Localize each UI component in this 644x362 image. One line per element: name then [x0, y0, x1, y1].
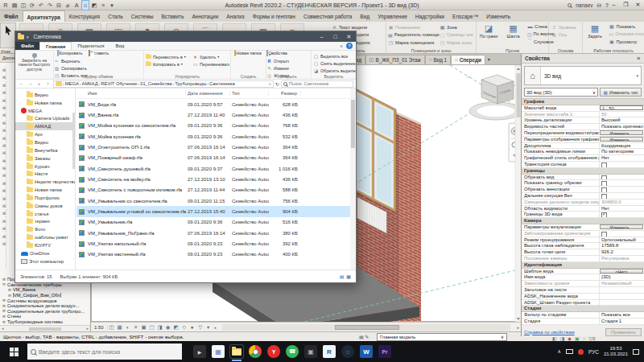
property-value[interactable] [599, 193, 644, 199]
store-icon[interactable]: ⛁ [597, 2, 601, 9]
menu-view[interactable]: Вид [110, 42, 130, 50]
property-row[interactable]: Камера [522, 218, 644, 224]
sidebar-item[interactable]: Неделя творчества [15, 178, 75, 186]
sidebar-item[interactable]: термех [15, 218, 75, 226]
sidebar-item[interactable]: статья [15, 210, 75, 218]
property-value[interactable]: Независимый [599, 281, 644, 286]
property-value[interactable] [599, 212, 644, 217]
scroll-right-icon[interactable]: ▸ [86, 326, 89, 331]
nav-scrollbar[interactable] [72, 113, 75, 169]
property-value[interactable]: Нет [599, 155, 644, 161]
menu-home[interactable]: Главная [39, 42, 72, 50]
sidebar-item[interactable]: Арх [15, 130, 75, 138]
property-value[interactable] [599, 294, 644, 299]
sidebar-item[interactable]: Видео [15, 91, 75, 99]
property-row[interactable]: Границы 3D вида [522, 212, 644, 218]
sidebar-item[interactable]: Настя [15, 170, 75, 178]
view-control-icon[interactable]: ◇ [180, 323, 188, 331]
minimize-button[interactable]: – [315, 32, 328, 42]
search-icon[interactable] [568, 3, 572, 7]
ribbon-item[interactable]: ⊞Ось [551, 31, 582, 39]
view-control-icon[interactable]: ● [188, 323, 196, 331]
property-value[interactable]: Показать оригинал [599, 124, 644, 130]
property-value[interactable]: По категориям [599, 149, 644, 154]
property-row[interactable]: Смещение дальнего предела секу... 304800… [522, 200, 644, 206]
ribbon-tab[interactable]: Совместная работа [299, 10, 356, 22]
property-row[interactable]: Видимость частей Показать оригинал [522, 124, 644, 130]
type-selector[interactable]: ⌂ 3D вид ▾ [524, 66, 642, 85]
scroll-thumb[interactable] [351, 100, 355, 148]
property-value[interactable] [599, 287, 644, 293]
taskbar-icon[interactable]: Pr [378, 345, 391, 358]
ribbon-tab[interactable]: Архитектура [23, 10, 65, 22]
ribbon-item[interactable]: ▤Разделитель помещений [388, 31, 440, 39]
property-row[interactable]: Показать границу обрезки [522, 180, 644, 187]
maximize-button[interactable]: □ [328, 32, 342, 42]
ribbon-big-button[interactable]: ◪По грани [478, 23, 499, 47]
property-row[interactable]: Шаблон вида <Нет> [522, 269, 644, 275]
qat-icon[interactable]: ◫ [19, 1, 27, 10]
expand-icon[interactable]: ⊞ [2, 151, 6, 155]
ribbon-big-button[interactable]: ▦Задать [584, 23, 605, 47]
property-value[interactable]: Координация [599, 143, 644, 149]
ribbon-tab[interactable]: Формы и генплан [249, 10, 299, 22]
menu-share[interactable]: Поделиться [72, 42, 109, 50]
property-value[interactable] [599, 187, 644, 192]
ribbon-item[interactable]: ▣Помещение [388, 23, 440, 31]
qat-icon[interactable]: ⌂ [81, 0, 89, 10]
property-value[interactable]: 17589.8 [599, 243, 644, 249]
search-input[interactable] [289, 81, 350, 86]
property-value[interactable]: Ортогональный [599, 237, 644, 243]
select-none-button[interactable]: ▢Снять выделение [313, 60, 356, 67]
qat-icon[interactable]: ▤ [10, 1, 19, 10]
qat-icon[interactable]: ◩ [90, 1, 98, 10]
property-value[interactable]: Стадия 1 [599, 319, 644, 324]
instance-selector[interactable]: 3D вид (3D)∨ [524, 88, 598, 97]
apply-button[interactable]: Применить [605, 328, 642, 336]
expand-icon[interactable]: ⊞ [2, 189, 6, 193]
property-value[interactable]: Показать все [599, 312, 644, 318]
details-view-icon[interactable]: ▤ [340, 274, 345, 279]
expand-icon[interactable]: ⊞ [2, 121, 6, 125]
taskbar-icon[interactable] [230, 345, 243, 358]
property-row[interactable]: Заголовок на листе [522, 287, 644, 294]
file-row[interactable]: VM_Умывальник_ПоГрани.rfa 07.06.2019 16:… [76, 228, 350, 238]
ribbon-tab[interactable]: Управление [374, 10, 411, 22]
active-workset-select[interactable]: Главная модель∨ [377, 333, 507, 341]
view-control-icon[interactable]: ▣ [140, 323, 148, 331]
properties-help-link[interactable]: Справка по свойствам [524, 330, 575, 335]
taskbar-icon[interactable]: ▶ [193, 345, 206, 358]
view-control-icon[interactable]: ◫ [108, 323, 116, 331]
browser-tree-item[interactable]: ⊞Системы воздуховодов [0, 298, 90, 303]
cut-button[interactable]: ✂Вырезать [54, 57, 88, 64]
property-value[interactable]: 1 : 50 [600, 105, 643, 110]
view-tabs-more-icon[interactable]: ▾ [485, 55, 493, 64]
view-control-icon[interactable]: ▦ [116, 323, 124, 331]
expand-icon[interactable]: ⊞ [2, 113, 6, 117]
view-control-icon[interactable]: ◩ [172, 323, 180, 331]
property-row[interactable]: Параметры визуализации Изменить... [522, 224, 644, 231]
edit-type-button[interactable]: ▦Изменить тип [600, 88, 642, 97]
sidebar-item[interactable]: Внеучебка [15, 146, 75, 154]
back-icon[interactable]: ← [18, 81, 25, 86]
ribbon-tab[interactable]: Аннотации [188, 10, 222, 22]
property-row[interactable]: Параметры отображения графики Изменить..… [522, 137, 644, 143]
qat-icon[interactable]: ▾ [108, 1, 116, 10]
sidebar-item[interactable]: MEGA [15, 107, 75, 115]
ribbon-item[interactable]: ▦Показать [609, 23, 644, 31]
menu-file[interactable]: Файл [15, 42, 39, 50]
view-tab[interactable]: ◫В_ЖК_ПЗ_01 Этаж [365, 55, 425, 64]
property-value[interactable]: Регулировка [599, 256, 644, 261]
sidebar-item[interactable]: OneDrive [15, 249, 75, 257]
property-row[interactable]: Фильтр по стадиям Показать все [522, 312, 644, 319]
browser-tree-item[interactable]: ⊞Стены [0, 314, 90, 319]
ribbon-tab[interactable]: Вставить [157, 10, 188, 22]
expand-icon[interactable]: ⊞ [2, 137, 6, 141]
taskbar-icon[interactable] [249, 345, 262, 358]
expand-icon[interactable]: ⊞ [2, 84, 6, 88]
view-control-icon[interactable]: ▾ [204, 323, 213, 331]
browser-hscrollbar[interactable]: ◂ ▸ [0, 325, 90, 331]
property-row[interactable]: Стадия Стадия 1 [522, 319, 644, 325]
notification-center-icon[interactable] [633, 349, 639, 355]
edit-button[interactable]: ✎Изменить [266, 64, 289, 72]
